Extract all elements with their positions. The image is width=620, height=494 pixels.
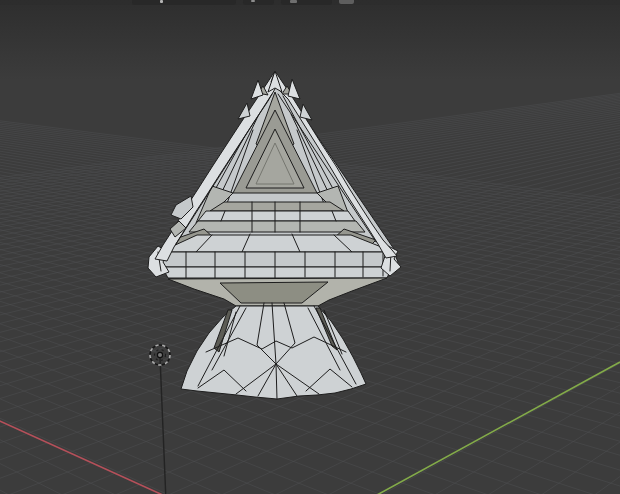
topbar-button[interactable] xyxy=(339,0,354,4)
topbar-segment[interactable] xyxy=(281,0,332,5)
3d-viewport[interactable] xyxy=(0,0,620,494)
topbar-glyph-icon xyxy=(160,0,163,3)
topbar-segment[interactable] xyxy=(243,0,274,5)
topbar-glyph-icon xyxy=(290,0,297,3)
topbar-glyph-icon xyxy=(251,0,255,2)
viewport-canvas xyxy=(0,0,620,494)
topbar-segment[interactable] xyxy=(132,0,236,5)
horizon-fade xyxy=(0,0,620,80)
topbar-remnant xyxy=(0,0,620,8)
